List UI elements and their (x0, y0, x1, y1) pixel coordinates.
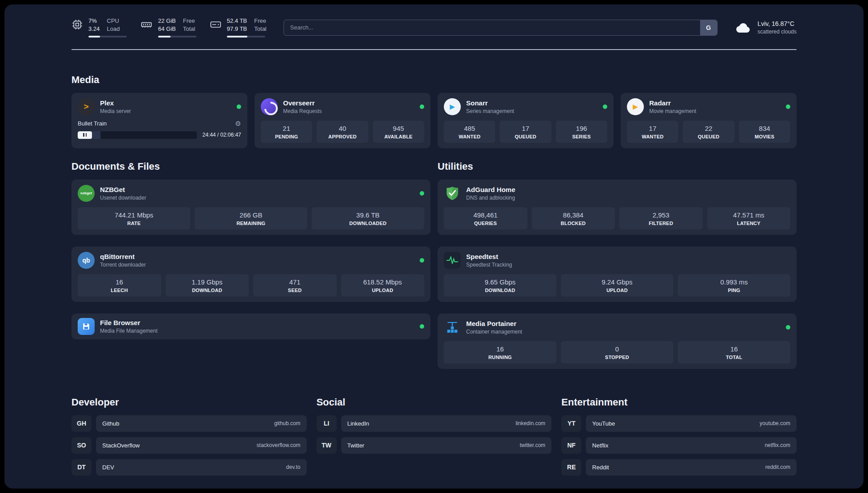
app-card-adguard[interactable]: AdGuard Home DNS and adblocking 498,461Q… (438, 180, 797, 235)
bookmark-row: LILinkedInlinkedin.com (317, 415, 552, 432)
app-card-qbittorrent[interactable]: qb qBittorrent Torrent downloader 16LEEC… (71, 246, 430, 302)
stat-tile: 86,384BLOCKED (532, 207, 615, 230)
playback-time: 24:44 / 02:06:47 (202, 132, 241, 138)
ram-icon (140, 19, 153, 30)
stat-value: 16 (447, 345, 554, 353)
stat-label: MOVIES (742, 134, 788, 139)
bookmark-name: Reddit (592, 464, 609, 471)
bookmark-item[interactable]: DEVdev.to (96, 459, 307, 476)
app-card-sonarr[interactable]: ▶ Sonarr Series management 485WANTED17QU… (438, 93, 613, 148)
stat-tile: 0STOPPED (561, 341, 673, 363)
search-engine-button[interactable]: G (700, 20, 717, 35)
bookmark-item[interactable]: Githubgithub.com (96, 415, 307, 432)
bookmark-group-title: Entertainment (561, 397, 797, 408)
bookmark-abbr: TW (317, 437, 337, 454)
disk-progress-bar (227, 36, 265, 38)
app-card-filebrowser[interactable]: File Browser Media File Management (71, 313, 430, 339)
now-playing-title: Bullet Train (78, 120, 107, 127)
bookmark-item[interactable]: StackOverflowstackoverflow.com (96, 437, 307, 454)
bookmark-group-developer: Developer GHGithubgithub.comSOStackOverf… (71, 397, 307, 481)
stat-value: 9.65 Gbps (447, 278, 554, 286)
stat-label: TOTAL (680, 355, 788, 360)
bookmark-group-entertainment: Entertainment YTYouTubeyoutube.comNFNetf… (561, 397, 797, 481)
app-card-overseerr[interactable]: Overseerr Media Requests 21PENDING40APPR… (255, 93, 430, 148)
stat-label: RATE (80, 221, 188, 226)
bookmark-item[interactable]: Redditreddit.com (586, 459, 797, 476)
app-name: Overseerr (283, 99, 322, 107)
bookmark-item[interactable]: YouTubeyoutube.com (586, 415, 797, 432)
stat-label: REMAINING (197, 221, 305, 226)
app-subtitle: Media File Management (100, 328, 158, 334)
stat-tile: 16TOTAL (678, 341, 790, 363)
bookmark-item[interactable]: LinkedInlinkedin.com (341, 415, 552, 432)
bookmark-abbr: YT (561, 415, 581, 432)
app-subtitle: DNS and adblocking (466, 195, 515, 201)
stat-tile: 834MOVIES (739, 121, 790, 143)
ram-progress-bar (158, 36, 196, 38)
bookmark-name: Netflix (592, 442, 608, 449)
search-bar: G (284, 20, 718, 36)
stat-value: 40 (319, 125, 365, 132)
bookmark-url: reddit.com (765, 464, 790, 470)
stat-value: 22 (685, 125, 731, 132)
stat-tile: 0.993 msPING (678, 274, 790, 297)
search-input[interactable] (284, 20, 700, 35)
status-dot (420, 258, 424, 263)
status-dot (420, 191, 424, 196)
app-card-nzbget[interactable]: nzbget NZBGet Usenet downloader 744.21 M… (71, 180, 430, 235)
stat-label: PING (680, 288, 788, 293)
stat-value: 196 (559, 125, 605, 132)
stat-label: APPROVED (319, 134, 365, 139)
stat-tile: 618.52 MbpsUPLOAD (341, 274, 425, 297)
stat-tile: 21PENDING (261, 121, 312, 143)
overseerr-icon (261, 98, 278, 115)
app-card-portainer[interactable]: Media Portainer Container management 16R… (438, 313, 797, 369)
bookmark-name: StackOverflow (102, 442, 140, 449)
cpu-usage: 7% (88, 18, 100, 25)
bookmark-abbr: RE (561, 459, 581, 476)
bookmark-item[interactable]: Twittertwitter.com (341, 437, 552, 454)
app-name: Media Portainer (466, 320, 522, 327)
radarr-icon: ▶ (627, 98, 644, 115)
disk-total: 97.9 TB (227, 26, 247, 33)
stat-tile: 266 GBREMAINING (195, 207, 307, 230)
app-name: File Browser (100, 319, 158, 326)
qbittorrent-icon: qb (78, 252, 95, 269)
bookmark-row: TWTwittertwitter.com (317, 437, 552, 454)
bookmark-row: YTYouTubeyoutube.com (561, 415, 797, 432)
settings-gear-icon[interactable]: ⚙ (235, 120, 241, 128)
bookmark-item[interactable]: Netflixnetflix.com (586, 437, 797, 454)
section-title-documents: Documents & Files (71, 161, 430, 172)
cpu-stat: 7%3.24 CPULoad (71, 18, 127, 38)
speedtest-icon (444, 252, 461, 269)
pause-button[interactable] (78, 131, 92, 139)
stat-label: AVAILABLE (376, 134, 421, 139)
app-subtitle: Container management (466, 329, 522, 335)
stat-label: BLOCKED (534, 221, 613, 226)
stat-tile: 40APPROVED (317, 121, 368, 143)
stat-label: DOWNLOAD (447, 288, 554, 293)
bookmark-url: youtube.com (760, 420, 790, 426)
playback-progress-bar[interactable] (78, 131, 197, 139)
weather-widget: Lviv, 16.87°C scattered clouds (734, 20, 797, 35)
app-card-speedtest[interactable]: Speedtest Speedtest Tracking 9.65 GbpsDO… (438, 246, 797, 302)
stat-value: 498,461 (447, 211, 525, 219)
app-card-plex[interactable]: > Plex Media server Bullet Train ⚙ (71, 93, 247, 148)
disk-icon (210, 19, 221, 30)
cpu-progress-bar (88, 36, 127, 38)
stat-tile: 744.21 MbpsRATE (78, 207, 190, 230)
status-dot (603, 104, 607, 109)
stat-label: UPLOAD (344, 288, 422, 293)
stat-label: DOWNLOAD (168, 288, 246, 293)
app-card-radarr[interactable]: ▶ Radarr Movie management 17WANTED22QUEU… (621, 93, 797, 148)
app-name: AdGuard Home (466, 186, 515, 193)
bookmark-row: SOStackOverflowstackoverflow.com (71, 437, 307, 454)
status-dot (420, 104, 424, 109)
stat-label: SERIES (559, 134, 605, 139)
section-title-media: Media (71, 74, 797, 86)
bookmarks: Developer GHGithubgithub.comSOStackOverf… (71, 397, 797, 489)
stat-value: 0.993 ms (680, 278, 788, 286)
stat-label: WANTED (630, 134, 676, 139)
bookmark-name: DEV (102, 464, 114, 471)
stat-label: PENDING (263, 134, 309, 139)
